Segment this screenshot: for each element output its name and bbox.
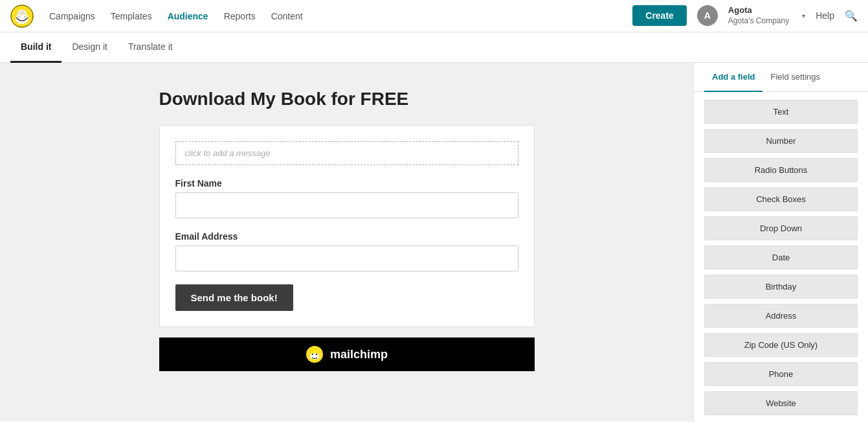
message-placeholder[interactable]: click to add a message — [175, 141, 518, 165]
field-number[interactable]: Number — [704, 129, 858, 153]
tab-design-it[interactable]: Design it — [61, 32, 117, 63]
sub-nav: Build it Design it Translate it — [0, 32, 868, 63]
help-link[interactable]: Help — [816, 10, 834, 21]
field-birthday[interactable]: Birthday — [704, 275, 858, 299]
panel-tab-add-field[interactable]: Add a field — [704, 63, 762, 92]
field-list: Text Number Radio Buttons Check Boxes Dr… — [694, 92, 868, 422]
nav-audience[interactable]: Audience — [168, 11, 208, 21]
form-card: click to add a message First Name Email … — [159, 125, 535, 327]
first-name-input[interactable] — [175, 192, 518, 218]
mailchimp-brand-text: mailchimp — [330, 348, 388, 361]
svg-point-10 — [312, 354, 313, 355]
right-panel: Add a field Field settings Text Number R… — [693, 63, 868, 422]
mailchimp-footer: mailchimp — [159, 337, 535, 371]
create-button[interactable]: Create — [632, 5, 687, 26]
panel-tab-field-settings[interactable]: Field settings — [762, 63, 828, 92]
mailchimp-monkey-icon — [306, 345, 324, 363]
top-nav: Campaigns Templates Audience Reports Con… — [0, 0, 868, 32]
email-input[interactable] — [175, 246, 518, 271]
nav-templates[interactable]: Templates — [111, 11, 152, 21]
user-dropdown-icon[interactable]: ▾ — [802, 12, 805, 19]
first-name-label: First Name — [175, 178, 518, 189]
field-radio-buttons[interactable]: Radio Buttons — [704, 158, 858, 182]
nav-right: Create A Agota Agota's Company ▾ Help 🔍 — [632, 5, 858, 26]
nav-content[interactable]: Content — [271, 11, 303, 21]
nav-links: Campaigns Templates Audience Reports Con… — [49, 11, 632, 21]
avatar: A — [697, 5, 718, 26]
email-label: Email Address — [175, 231, 518, 242]
field-check-boxes[interactable]: Check Boxes — [704, 187, 858, 211]
nav-reports[interactable]: Reports — [224, 11, 256, 21]
field-zip-code[interactable]: Zip Code (US Only) — [704, 333, 858, 357]
submit-button[interactable]: Send me the book! — [175, 284, 293, 311]
panel-tabs: Add a field Field settings — [694, 63, 868, 92]
content-area: Download My Book for FREE click to add a… — [0, 63, 693, 422]
field-address[interactable]: Address — [704, 304, 858, 328]
main-layout: Download My Book for FREE click to add a… — [0, 63, 868, 422]
user-info[interactable]: Agota Agota's Company — [728, 5, 789, 26]
field-phone[interactable]: Phone — [704, 362, 858, 386]
mailchimp-logo[interactable] — [10, 5, 34, 28]
search-button[interactable]: 🔍 — [845, 10, 858, 22]
svg-point-11 — [316, 354, 317, 355]
field-website[interactable]: Website — [704, 391, 858, 415]
tab-build-it[interactable]: Build it — [10, 32, 61, 63]
field-text[interactable]: Text — [704, 100, 858, 124]
user-name: Agota — [728, 5, 789, 16]
field-date[interactable]: Date — [704, 246, 858, 269]
user-company: Agota's Company — [728, 16, 789, 27]
field-drop-down[interactable]: Drop Down — [704, 216, 858, 240]
form-title: Download My Book for FREE — [159, 89, 535, 109]
tab-translate-it[interactable]: Translate it — [118, 32, 183, 63]
nav-campaigns[interactable]: Campaigns — [49, 11, 95, 21]
